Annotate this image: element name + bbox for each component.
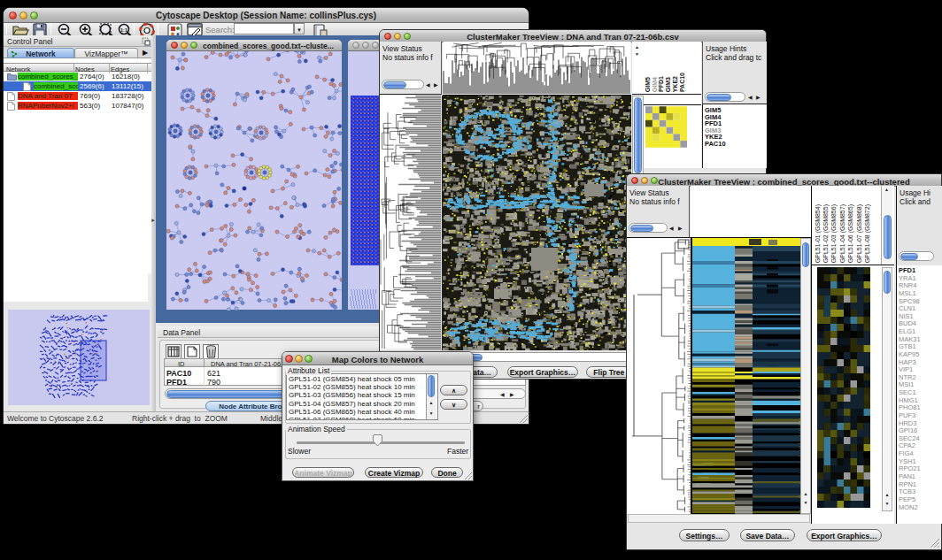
- svg-text:1:1: 1:1: [120, 27, 127, 33]
